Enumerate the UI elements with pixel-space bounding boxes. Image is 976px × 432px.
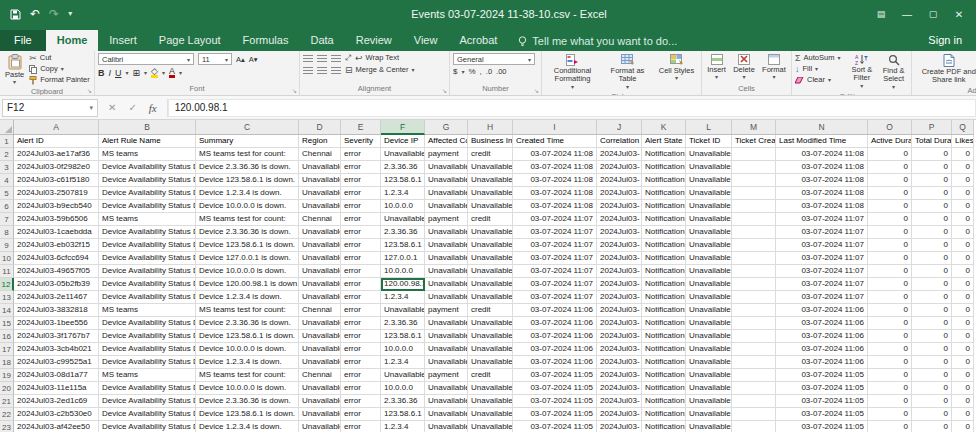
grid-cell-L5[interactable]: Unavailable — [686, 187, 732, 200]
grid-cell-O4[interactable]: 0 — [868, 174, 912, 187]
grid-cell-A3[interactable]: 2024Jul03-0f2982e0 — [14, 161, 99, 174]
grid-cell-I7[interactable]: 03-07-2024 11:07 — [513, 213, 597, 226]
grid-cell-D19[interactable]: Chennai — [299, 369, 341, 382]
grid-cell-N12[interactable]: 03-07-2024 11:07 — [776, 278, 868, 291]
grid-cell-N11[interactable]: 03-07-2024 11:07 — [776, 265, 868, 278]
grid-cell-L23[interactable]: Unavailable — [686, 421, 732, 432]
grid-cell-K15[interactable]: Notification — [642, 317, 686, 330]
grid-cell-Q8[interactable]: 0 — [952, 226, 974, 239]
grid-cell-O19[interactable]: 0 — [868, 369, 912, 382]
grid-cell-D14[interactable]: Chennai — [299, 304, 341, 317]
grid-cell-I12[interactable]: 03-07-2024 11:07 — [513, 278, 597, 291]
grid-cell-L10[interactable]: Unavailable — [686, 252, 732, 265]
grid-cell-K21[interactable]: Notification — [642, 395, 686, 408]
grid-cell-K7[interactable]: Notification — [642, 213, 686, 226]
grid-cell-E22[interactable]: error — [341, 408, 381, 421]
grid-cell-O16[interactable]: 0 — [868, 330, 912, 343]
grid-cell-header[interactable]: Last Modified Time — [776, 135, 868, 148]
row-header-15[interactable]: 15 — [0, 317, 14, 330]
grid-cell-N10[interactable]: 03-07-2024 11:07 — [776, 252, 868, 265]
grid-cell-J16[interactable]: 2024Jul03- — [597, 330, 642, 343]
grid-cell-K23[interactable]: Notification — [642, 421, 686, 432]
grid-cell-L19[interactable]: Unavailable — [686, 369, 732, 382]
grid-cell-P7[interactable]: 0 — [912, 213, 952, 226]
grid-cell-L22[interactable]: Unavailable — [686, 408, 732, 421]
grid-cell-P8[interactable]: 0 — [912, 226, 952, 239]
grid-cell-A9[interactable]: 2024Jul03-eb032f15 — [14, 239, 99, 252]
grid-cell-H22[interactable]: Unavailable — [468, 408, 513, 421]
grid-cell-Q22[interactable]: 0 — [952, 408, 974, 421]
grid-cell-H11[interactable]: Unavailable — [468, 265, 513, 278]
grid-cell-D7[interactable]: Chennai — [299, 213, 341, 226]
enter-icon[interactable]: ✓ — [128, 102, 136, 113]
grid-cell-I16[interactable]: 03-07-2024 11:06 — [513, 330, 597, 343]
grid-cell-D6[interactable]: Unavailable — [299, 200, 341, 213]
grid-cell-L17[interactable]: Unavailable — [686, 343, 732, 356]
grid-cell-P20[interactable]: 0 — [912, 382, 952, 395]
grid-cell-A23[interactable]: 2024Jul03-af42ee50 — [14, 421, 99, 432]
grid-cell-D16[interactable]: Unavailable — [299, 330, 341, 343]
align-top-icon[interactable] — [303, 55, 313, 62]
grid-cell-D10[interactable]: Unavailable — [299, 252, 341, 265]
grid-cell-E15[interactable]: error — [341, 317, 381, 330]
grid-cell-F14[interactable]: Unavailable — [381, 304, 425, 317]
grid-cell-A12[interactable]: 2024Jul03-05b2fb39 — [14, 278, 99, 291]
grid-cell-P19[interactable]: 0 — [912, 369, 952, 382]
grid-cell-J5[interactable]: 2024Jul03- — [597, 187, 642, 200]
grid-cell-E11[interactable]: error — [341, 265, 381, 278]
grid-cell-F16[interactable]: 123.58.6.1 — [381, 330, 425, 343]
grid-cell-L11[interactable]: Unavailable — [686, 265, 732, 278]
grid-cell-J12[interactable]: 2024Jul03- — [597, 278, 642, 291]
grid-cell-Q3[interactable]: 0 — [952, 161, 974, 174]
grid-cell-M13[interactable] — [732, 291, 776, 304]
grid-cell-A22[interactable]: 2024Jul03-c2b530e0 — [14, 408, 99, 421]
grid-cell-M22[interactable] — [732, 408, 776, 421]
column-header-K[interactable]: K — [642, 120, 686, 135]
percent-style-icon[interactable]: % — [468, 67, 475, 76]
row-header-16[interactable]: 16 — [0, 330, 14, 343]
grid-cell-K5[interactable]: Notification — [642, 187, 686, 200]
grid-cell-A5[interactable]: 2024Jul03-2507819 — [14, 187, 99, 200]
grid-cell-M15[interactable] — [732, 317, 776, 330]
column-header-E[interactable]: E — [341, 120, 381, 135]
customize-qat-icon[interactable]: ▾ — [68, 10, 72, 18]
grid-cell-L3[interactable]: Unavailable — [686, 161, 732, 174]
grid-cell-header[interactable]: Alert ID — [14, 135, 99, 148]
column-header-B[interactable]: B — [99, 120, 196, 135]
grid-cell-P12[interactable]: 0 — [912, 278, 952, 291]
tab-page-layout[interactable]: Page Layout — [148, 30, 232, 51]
row-header-10[interactable]: 10 — [0, 252, 14, 265]
grid-cell-G20[interactable]: Unavailable — [425, 382, 468, 395]
grid-cell-header[interactable]: Severity — [341, 135, 381, 148]
grid-cell-K13[interactable]: Notification — [642, 291, 686, 304]
undo-icon[interactable]: ↶ — [30, 8, 40, 20]
grid-cell-J17[interactable]: 2024Jul03- — [597, 343, 642, 356]
grid-cell-A11[interactable]: 2024Jul03-49657f05 — [14, 265, 99, 278]
grid-cell-O15[interactable]: 0 — [868, 317, 912, 330]
grid-cell-J23[interactable]: 2024Jul03- — [597, 421, 642, 432]
minimize-icon[interactable]: — — [894, 9, 920, 20]
row-header-9[interactable]: 9 — [0, 239, 14, 252]
grid-cell-E21[interactable]: error — [341, 395, 381, 408]
grid-cell-P18[interactable]: 0 — [912, 356, 952, 369]
grid-cell-B8[interactable]: Device Availability Status Down — [99, 226, 196, 239]
grid-cell-H8[interactable]: Unavailable — [468, 226, 513, 239]
row-header-4[interactable]: 4 — [0, 174, 14, 187]
grid-cell-F10[interactable]: 127.0.0.1 — [381, 252, 425, 265]
grid-cell-P6[interactable]: 0 — [912, 200, 952, 213]
grid-cell-P17[interactable]: 0 — [912, 343, 952, 356]
row-header-12[interactable]: 12 — [0, 278, 14, 291]
grid-cell-D21[interactable]: Unavailable — [299, 395, 341, 408]
borders-icon[interactable]: ⊞ — [133, 68, 141, 78]
bold-button[interactable]: B — [98, 68, 105, 78]
grid-cell-Q5[interactable]: 0 — [952, 187, 974, 200]
grid-cell-C2[interactable]: MS teams test for count: — [196, 148, 299, 161]
grid-cell-G17[interactable]: Unavailable — [425, 343, 468, 356]
grid-cell-O21[interactable]: 0 — [868, 395, 912, 408]
cancel-icon[interactable]: ✕ — [108, 102, 116, 113]
grid-cell-E3[interactable]: error — [341, 161, 381, 174]
comma-style-icon[interactable]: , — [480, 67, 482, 76]
format-cells-button[interactable]: Format ▾ — [760, 53, 788, 82]
grid-cell-G12[interactable]: Unavailable — [425, 278, 468, 291]
select-all-corner[interactable] — [0, 120, 14, 135]
